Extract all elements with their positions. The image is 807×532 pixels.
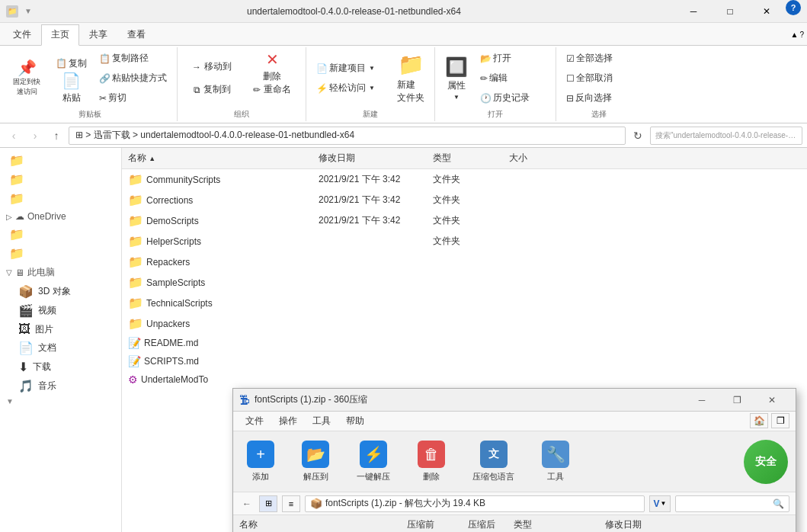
zip-col-orig[interactable]: 压缩前 <box>386 517 447 532</box>
sidebar-item-downloads[interactable]: ⬇ 下载 <box>0 357 121 377</box>
address-bar: ‹ › ↑ ⊞ > 迅雷下载 > undertalemodtool-0.4.0.… <box>0 123 807 148</box>
file-row-readme[interactable]: 📝README.md <box>122 334 807 352</box>
ribbon-collapse-btn[interactable]: ▲ <box>791 30 799 39</box>
sidebar-item-3[interactable]: 📁 <box>0 225 121 244</box>
zip-version-btn[interactable]: V ▼ <box>649 495 671 512</box>
zip-menu-action[interactable]: 操作 <box>273 413 303 429</box>
zip-menu-file[interactable]: 文件 <box>239 413 270 429</box>
paste-shortcut-button[interactable]: 🔗 粘贴快捷方式 <box>94 69 172 88</box>
zip-col-type[interactable]: 类型 <box>508 517 599 532</box>
minimize-button[interactable]: ─ <box>676 0 711 23</box>
zip-col-comp[interactable]: 压缩后 <box>447 517 508 532</box>
zip-home-btn[interactable]: 🏠 <box>750 413 768 428</box>
file-row-repackers[interactable]: 📁Repackers <box>122 252 807 272</box>
folder-icon-helper: 📁 <box>128 234 143 248</box>
rename-button[interactable]: ✏ 重命名 <box>248 79 296 101</box>
col-header-type[interactable]: 类型 <box>427 150 503 166</box>
zip-grid-view-btn[interactable]: ⊞ <box>259 495 277 512</box>
ribbon-tabs: 文件 主页 共享 查看 ▲ ? <box>0 23 807 46</box>
history-button[interactable]: 🕐 历史记录 <box>475 88 551 107</box>
ribbon-help-btn[interactable]: ? <box>799 30 804 39</box>
zip-extract-to-button[interactable]: 📂 解压到 <box>296 437 335 486</box>
sidebar-item-2[interactable]: 📁 <box>0 189 121 208</box>
zip-list-view-btn[interactable]: ≡ <box>282 495 300 512</box>
sidebar-scroll-down[interactable]: ▼ <box>0 396 121 407</box>
paste-button[interactable]: 📄 粘贴 <box>50 74 92 103</box>
close-button[interactable]: ✕ <box>749 0 784 23</box>
zip-restore2-btn[interactable]: ❐ <box>771 413 789 428</box>
sidebar-item-4[interactable]: 📁 <box>0 244 121 263</box>
col-header-date[interactable]: 修改日期 <box>312 150 427 166</box>
copy-path-button[interactable]: 📋 复制路径 <box>94 49 172 68</box>
maximize-button[interactable]: □ <box>713 0 748 23</box>
zip-menu-help[interactable]: 帮助 <box>340 413 370 429</box>
open-button[interactable]: 📂 打开 <box>475 49 551 68</box>
new-item-button[interactable]: 📄 新建项目 ▼ <box>311 59 387 78</box>
tab-file[interactable]: 文件 <box>3 24 41 45</box>
search-box[interactable]: 搜索"undertalemodtool-0.4.0.0-release-01-n… <box>650 127 802 145</box>
edit-button[interactable]: ✏ 编辑 <box>475 69 551 88</box>
file-row-demo[interactable]: 📁DemoScripts 2021/9/21 下午 3:42 文件夹 <box>122 210 807 231</box>
sidebar-item-0[interactable]: 📁 <box>0 151 121 170</box>
zip-search-box[interactable]: 🔍 <box>675 495 789 512</box>
ribbon-group-clipboard: 📌 固定到快速访问 📋 复制 📄 粘贴 📋 <box>3 47 178 121</box>
zip-restore-btn[interactable]: ❐ <box>719 389 754 412</box>
delete-button[interactable]: ✕ 删除 <box>257 56 287 79</box>
select-none-button[interactable]: ☐ 全部取消 <box>561 69 637 88</box>
zip-one-click-button[interactable]: ⚡ 一键解压 <box>351 437 396 486</box>
edit-label: 编辑 <box>489 72 508 85</box>
sidebar-item-video[interactable]: 🎬 视频 <box>0 301 121 320</box>
file-row-community[interactable]: 📁CommunityScripts 2021/9/21 下午 3:42 文件夹 <box>122 169 807 190</box>
file-row-sample[interactable]: 📁SampleScripts <box>122 272 807 293</box>
properties-button[interactable]: 🔲 属性 ▼ <box>440 56 473 101</box>
zip-col-date[interactable]: 修改日期 <box>599 517 713 532</box>
up-button[interactable]: ↑ <box>47 127 66 145</box>
tab-home[interactable]: 主页 <box>41 24 79 46</box>
file-type-community: 文件夹 <box>427 171 503 187</box>
file-row-helper[interactable]: 📁HelperScripts 文件夹 <box>122 231 807 252</box>
sidebar-item-3d[interactable]: 📦 3D 对象 <box>0 282 121 301</box>
zip-nav-left[interactable]: ← <box>239 496 255 511</box>
select-all-button[interactable]: ☑ 全部选择 <box>561 49 637 68</box>
address-path[interactable]: ⊞ > 迅雷下载 > undertalemodtool-0.4.0.0-rele… <box>69 127 626 145</box>
zip-minimize-btn[interactable]: ─ <box>684 389 719 412</box>
sidebar-item-1[interactable]: 📁 <box>0 170 121 189</box>
copy-button[interactable]: 📋 复制 <box>50 54 92 73</box>
invert-selection-button[interactable]: ⊟ 反向选择 <box>561 88 637 107</box>
zip-close-btn[interactable]: ✕ <box>754 389 789 412</box>
col-header-name[interactable]: 名称 ▲ <box>122 150 312 166</box>
file-row-undermod[interactable]: ⚙UndertaleModTo <box>122 370 807 389</box>
properties-label: 属性 <box>447 79 466 92</box>
new-folder-button[interactable]: 📁 新建文件夹 <box>392 56 430 101</box>
copy-to-button[interactable]: ⧉ 复制到 <box>188 79 236 101</box>
zip-tools-button[interactable]: 🔧 工具 <box>536 437 575 486</box>
forward-button[interactable]: › <box>26 127 44 145</box>
refresh-button[interactable]: ↻ <box>629 127 647 145</box>
easy-access-button[interactable]: ⚡ 轻松访问 ▼ <box>311 79 387 98</box>
zip-menu-tools[interactable]: 工具 <box>306 413 337 429</box>
sidebar-item-thispc[interactable]: ▽ 🖥 此电脑 <box>0 263 121 282</box>
zip-col-name[interactable]: 名称 <box>233 517 386 532</box>
file-row-scripts[interactable]: 📝SCRIPTS.md <box>122 352 807 370</box>
sidebar-item-music[interactable]: 🎵 音乐 <box>0 377 121 396</box>
sidebar-item-pictures[interactable]: 🖼 图片 <box>0 320 121 338</box>
help-button[interactable]: ? <box>786 0 801 15</box>
sidebar-item-onedrive[interactable]: ▷ ☁ OneDrive <box>0 208 121 225</box>
cut-button[interactable]: ✂ 剪切 <box>94 88 172 107</box>
file-row-technical[interactable]: 📁TechnicalScripts <box>122 293 807 313</box>
zip-add-button[interactable]: + 添加 <box>241 437 280 486</box>
tab-view[interactable]: 查看 <box>117 24 155 45</box>
zip-delete-button[interactable]: 🗑 删除 <box>412 437 451 486</box>
file-row-corrections[interactable]: 📁Corrections 2021/9/21 下午 3:42 文件夹 <box>122 190 807 210</box>
easy-access-icon: ⚡ <box>316 83 328 94</box>
main-area: 📁 📁 📁 ▷ ☁ OneDrive 📁 📁 ▽ 🖥 此电脑 📦 3D 对象 <box>0 148 807 532</box>
tab-share[interactable]: 共享 <box>79 24 117 45</box>
file-row-unpackers[interactable]: 📁Unpackers <box>122 313 807 334</box>
expand-icon-pc: ▽ <box>6 268 12 277</box>
sidebar-item-docs[interactable]: 📄 文档 <box>0 338 121 357</box>
move-to-button[interactable]: → 移动到 <box>187 56 237 79</box>
zip-lang-button[interactable]: 文 压缩包语言 <box>466 437 520 486</box>
pin-to-quickaccess-button[interactable]: 📌 固定到快速访问 <box>8 56 46 101</box>
col-header-size[interactable]: 大小 <box>503 150 564 166</box>
back-button[interactable]: ‹ <box>5 127 23 145</box>
